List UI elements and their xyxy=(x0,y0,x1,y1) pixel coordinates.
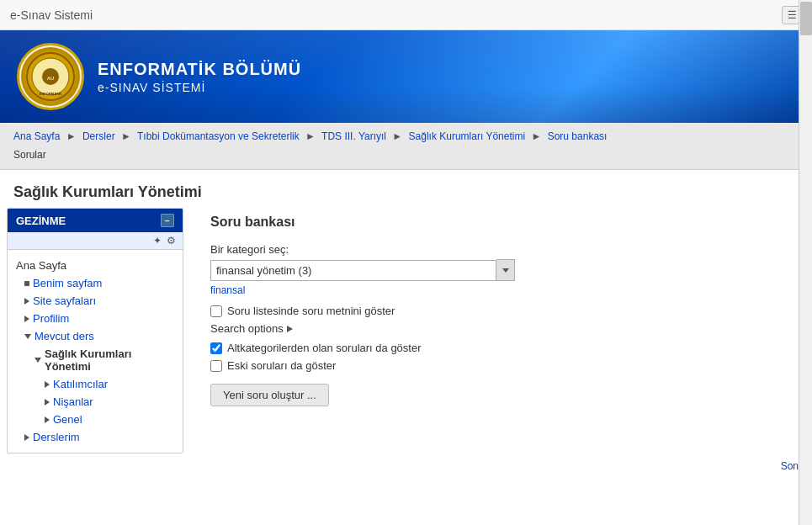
sidebar-item-label: Profilim xyxy=(33,312,69,325)
sidebar-item-derslerim[interactable]: Derslerim xyxy=(8,428,183,446)
search-options-toggle[interactable]: Search options xyxy=(210,322,792,335)
category-form-row: Bir kategori seç: finansal yönetim (3) f… xyxy=(210,243,792,296)
sidebar-item-ana-sayfa[interactable]: Ana Sayfa xyxy=(8,257,183,274)
breadcrumb-dersler[interactable]: Dersler xyxy=(82,130,115,142)
page-title-bar: Sağlık Kurumları Yönetimi xyxy=(0,170,812,208)
section-title: Soru bankası xyxy=(210,215,792,230)
sidebar-item-label: Mevcut ders xyxy=(34,330,94,342)
show-old-questions-checkbox[interactable] xyxy=(210,360,222,372)
main-content: Soru bankası Bir kategori seç: finansal … xyxy=(197,208,805,453)
sidebar-item-site-sayfalari[interactable]: Site sayfaları xyxy=(8,292,183,310)
sidebar-heading: GEZİNME xyxy=(16,215,66,227)
sidebar-collapse-button[interactable]: − xyxy=(161,214,174,227)
arrow-right-icon xyxy=(45,381,50,388)
breadcrumb-tibbi[interactable]: Tıbbi Dokümantasyon ve Sekreterlik xyxy=(137,130,300,142)
main-layout: GEZİNME − ✦ ⚙ Ana Sayfa Benim sayfam xyxy=(0,208,812,453)
sidebar-block: GEZİNME − ✦ ⚙ Ana Sayfa Benim sayfam xyxy=(7,208,183,453)
sidebar: GEZİNME − ✦ ⚙ Ana Sayfa Benim sayfam xyxy=(7,208,183,453)
scrollbar[interactable] xyxy=(799,0,812,479)
sidebar-icons-row: ✦ ⚙ xyxy=(8,232,183,250)
show-question-text-checkbox[interactable] xyxy=(210,305,222,317)
sidebar-item-label: Benim sayfam xyxy=(33,277,102,289)
show-subcategory-questions-label[interactable]: Altkategorilerden olan soruları da göste… xyxy=(227,342,422,354)
sidebar-item-label: Sağlık KurumlarıYönetimi xyxy=(45,347,131,373)
checkbox-row-1: Soru listesinde soru metnini göster xyxy=(210,305,792,317)
breadcrumb-current: Sorular xyxy=(13,149,46,161)
category-label: Bir kategori seç: xyxy=(210,243,792,256)
sidebar-item-benim-sayfam[interactable]: Benim sayfam xyxy=(8,274,183,292)
bullet-icon xyxy=(24,281,29,286)
header-banner: AU ENFORMATİK ENFORMATİK BÖLÜMÜ e-SINAV … xyxy=(0,30,812,123)
breadcrumb-saglik[interactable]: Sağlık Kurumları Yönetimi xyxy=(409,130,526,142)
sidebar-item-profilim[interactable]: Profilim xyxy=(8,310,183,327)
sidebar-item-saglik-kurumlari[interactable]: Sağlık KurumlarıYönetimi xyxy=(8,345,183,375)
arrow-right-icon xyxy=(24,316,29,322)
select-arrow-button[interactable] xyxy=(496,259,515,281)
breadcrumb-tds[interactable]: TDS III. Yarıyıl xyxy=(321,130,386,142)
sidebar-nav: Ana Sayfa Benim sayfam Site sayfaları Pr… xyxy=(8,250,183,453)
arrow-down-icon xyxy=(24,334,31,339)
top-bar: e-Sınav Sistemi ☰ xyxy=(0,0,812,30)
arrow-right-icon xyxy=(45,416,50,423)
scrollbar-thumb[interactable] xyxy=(800,2,812,35)
header-text: ENFORMATİK BÖLÜMÜ e-SINAV SİSTEMİ xyxy=(98,60,301,94)
sidebar-item-mevcut-ders[interactable]: Mevcut ders xyxy=(8,327,183,345)
app-title: e-Sınav Sistemi xyxy=(10,8,93,22)
sidebar-item-label: Derslerim xyxy=(33,431,80,443)
sidebar-item-label: Nişanlar xyxy=(53,395,93,408)
arrow-right-icon xyxy=(45,399,50,406)
svg-text:AU: AU xyxy=(47,76,55,81)
sidebar-item-ana-sayfa-label: Ana Sayfa xyxy=(16,259,66,272)
breadcrumb-soru-bankasi[interactable]: Soru bankası xyxy=(548,130,608,142)
sidebar-item-label: Genel xyxy=(53,413,82,426)
sidebar-header: GEZİNME − xyxy=(8,209,183,232)
sidebar-controls: − xyxy=(161,214,174,227)
show-subcategory-questions-checkbox[interactable] xyxy=(210,342,222,354)
system-title: e-SINAV SİSTEMİ xyxy=(98,81,301,94)
arrow-down-icon xyxy=(34,358,41,363)
arrow-right-icon xyxy=(24,434,29,441)
sidebar-item-label: Site sayfaları xyxy=(33,294,96,307)
search-options-label: Search options xyxy=(210,322,284,335)
sidebar-item-label: Katılımcılar xyxy=(53,378,108,390)
breadcrumb-home[interactable]: Ana Sayfa xyxy=(13,130,60,142)
university-logo: AU ENFORMATİK xyxy=(17,43,84,110)
breadcrumb: Ana Sayfa ► Dersler ► Tıbbi Dokümantasyo… xyxy=(0,123,812,170)
checkbox-row-2: Altkategorilerden olan soruları da göste… xyxy=(210,342,792,354)
category-select[interactable]: finansal yönetim (3) xyxy=(210,260,496,281)
show-question-text-label[interactable]: Soru listesinde soru metnini göster xyxy=(227,305,395,317)
svg-text:ENFORMATİK: ENFORMATİK xyxy=(40,92,61,96)
category-select-wrap: finansal yönetim (3) xyxy=(210,259,792,281)
filter-tag: finansal xyxy=(210,284,792,296)
sidebar-item-nisanlar[interactable]: Nişanlar xyxy=(8,393,183,411)
checkbox-row-3: Eski soruları da göster xyxy=(210,359,792,372)
department-title: ENFORMATİK BÖLÜMÜ xyxy=(98,60,301,79)
son-link[interactable]: Son xyxy=(0,453,812,479)
sidebar-add-icon[interactable]: ✦ xyxy=(153,235,162,247)
sidebar-gear-icon[interactable]: ⚙ xyxy=(167,235,176,247)
show-old-questions-label[interactable]: Eski soruları da göster xyxy=(227,359,336,372)
arrow-right-icon xyxy=(24,298,29,305)
sidebar-item-katilimcilar[interactable]: Katılımcılar xyxy=(8,375,183,393)
search-options-triangle-icon xyxy=(287,326,293,332)
create-question-button[interactable]: Yeni soru oluştur ... xyxy=(210,384,329,406)
sidebar-item-genel[interactable]: Genel xyxy=(8,411,183,428)
page-title: Sağlık Kurumları Yönetimi xyxy=(13,183,799,201)
